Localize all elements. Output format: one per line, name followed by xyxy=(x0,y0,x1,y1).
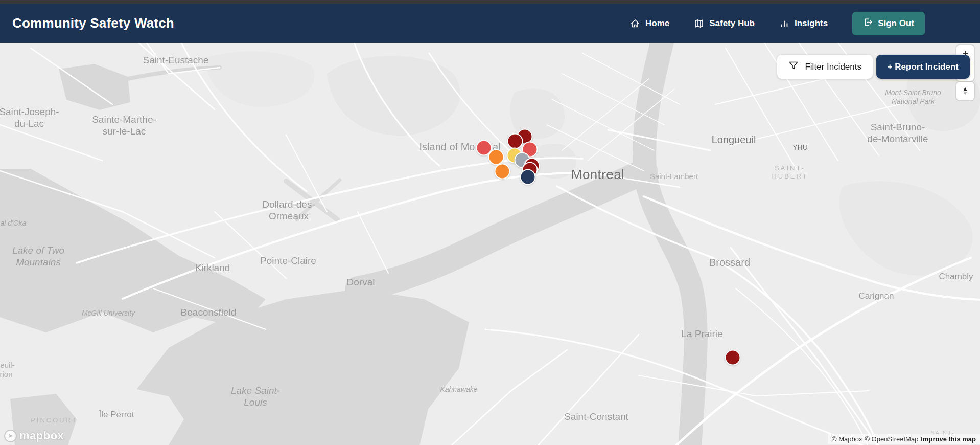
compass-icon: ▲ ▼ xyxy=(963,86,968,96)
incident-marker-2[interactable] xyxy=(507,134,523,149)
app-title: Community Safety Watch xyxy=(12,15,174,31)
attribution-osm-link[interactable]: © OpenStreetMap xyxy=(865,435,918,443)
attribution-mapbox-link[interactable]: © Mapbox xyxy=(832,435,862,443)
report-label: + Report Incident xyxy=(888,62,959,72)
nav-item-safety-hub[interactable]: Safety Hub xyxy=(694,18,755,29)
incident-marker-6[interactable] xyxy=(488,149,504,165)
mapbox-logo-icon: ➤ xyxy=(4,430,17,442)
window-chrome-strip xyxy=(0,0,980,4)
logout-icon xyxy=(863,17,873,30)
nav-item-home[interactable]: Home xyxy=(630,18,669,29)
map-attribution: © Mapbox © OpenStreetMap Improve this ma… xyxy=(828,434,980,444)
app-window: Community Safety Watch Home Safety Hub xyxy=(0,0,980,445)
incident-marker-11[interactable] xyxy=(520,169,536,185)
report-incident-button[interactable]: + Report Incident xyxy=(876,55,970,79)
sign-out-button[interactable]: Sign Out xyxy=(852,12,925,35)
attribution-improve-link[interactable]: Improve this map xyxy=(921,435,976,443)
map-compass-control[interactable]: ▲ ▼ xyxy=(956,82,974,100)
home-icon xyxy=(630,18,640,29)
nav-links: Home Safety Hub Insights xyxy=(630,12,925,35)
mapbox-logo[interactable]: ➤ mapbox xyxy=(4,429,64,442)
filter-label: Filter Incidents xyxy=(805,62,861,72)
incident-marker-10[interactable] xyxy=(495,164,510,180)
basemap-decor xyxy=(0,43,980,445)
filter-icon xyxy=(788,60,799,73)
bar-chart-icon xyxy=(779,18,789,29)
mapbox-logo-text: mapbox xyxy=(19,429,64,442)
filter-incidents-button[interactable]: Filter Incidents xyxy=(777,55,873,79)
map-icon xyxy=(694,18,704,29)
nav-item-label: Safety Hub xyxy=(709,18,755,29)
incident-marker-12[interactable] xyxy=(725,350,741,366)
sign-out-label: Sign Out xyxy=(878,18,914,29)
nav-item-label: Home xyxy=(645,18,669,29)
nav-item-insights[interactable]: Insights xyxy=(779,18,828,29)
navbar: Community Safety Watch Home Safety Hub xyxy=(0,4,980,43)
map-canvas[interactable]: Saint-EustacheSaint-Joseph- du-LacSainte… xyxy=(0,43,980,445)
nav-item-label: Insights xyxy=(795,18,828,29)
